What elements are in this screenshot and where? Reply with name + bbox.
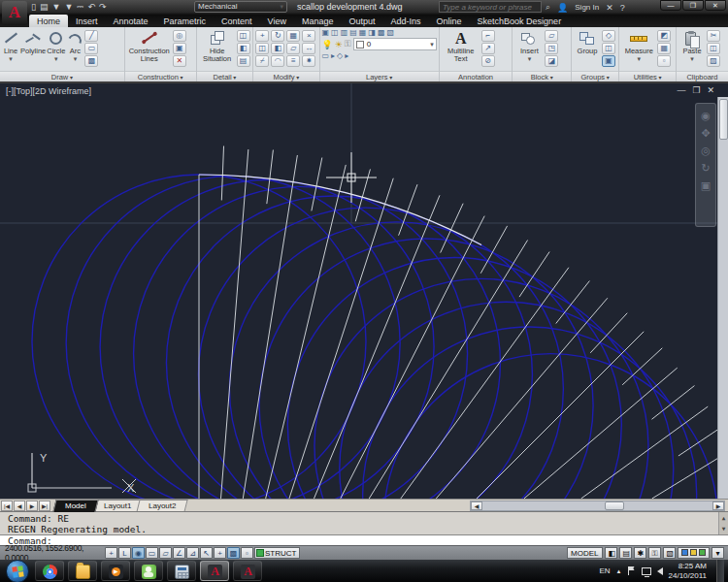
annotation-lock-icon[interactable]: ⚿ bbox=[648, 547, 661, 559]
viewport-controls-label[interactable]: [-][Top][2D Wireframe] bbox=[6, 86, 91, 96]
trim-button[interactable]: ⌿ bbox=[255, 55, 269, 67]
language-indicator[interactable]: EN bbox=[599, 566, 610, 575]
tab-home[interactable]: Home bbox=[29, 15, 68, 27]
annotation-visibility-icon[interactable]: ▧ bbox=[663, 547, 676, 559]
show-desktop-button[interactable] bbox=[716, 560, 724, 582]
polyline-button[interactable]: Polyline bbox=[20, 28, 46, 55]
detail-section-button[interactable]: ◧ bbox=[237, 43, 250, 54]
tab-insert[interactable]: Insert bbox=[68, 15, 106, 27]
exchange-icon[interactable]: ✕ bbox=[606, 3, 613, 13]
application-menu-icon[interactable]: A bbox=[2, 1, 27, 25]
ortho-toggle[interactable]: ▭ bbox=[146, 547, 158, 559]
tab-add-ins[interactable]: Add-Ins bbox=[383, 15, 429, 27]
vp-restore-icon[interactable]: ❐ bbox=[692, 85, 700, 95]
object-snap-toggle[interactable]: ∠ bbox=[173, 547, 185, 559]
group-button[interactable]: Group bbox=[574, 28, 601, 55]
layer-vp-icon[interactable]: ◇ bbox=[337, 51, 343, 60]
panel-label-layers[interactable]: Layers bbox=[320, 71, 439, 81]
layer-unlock-icon[interactable]: ⚿ bbox=[345, 39, 351, 49]
horizontal-scrollbar[interactable]: ◀ ▶ bbox=[470, 501, 725, 511]
construction-rect-button[interactable]: ▣ bbox=[173, 43, 186, 54]
insert-button[interactable]: Insert▾ bbox=[514, 28, 544, 62]
tab-view[interactable]: View bbox=[260, 15, 294, 27]
layer-walk-icon[interactable]: ▸ bbox=[331, 51, 335, 60]
object-snap-tracking-toggle[interactable]: ⊿ bbox=[186, 547, 199, 559]
snap-toggle[interactable]: + bbox=[105, 547, 117, 559]
offset-button[interactable]: ≡ bbox=[286, 55, 300, 67]
layer-lock-icon[interactable]: ▧ bbox=[386, 28, 394, 37]
explorer-taskbar-button[interactable] bbox=[68, 561, 97, 581]
create-block-button[interactable]: ▱ bbox=[545, 30, 558, 42]
tab-output[interactable]: Output bbox=[342, 15, 383, 27]
panel-label-groups[interactable]: Groups bbox=[572, 71, 618, 81]
leader-button[interactable]: ↗ bbox=[481, 43, 495, 54]
plot-icon[interactable]: ⎓ bbox=[77, 2, 83, 13]
layer-match-icon[interactable]: ◫ bbox=[331, 28, 339, 37]
stretch-button[interactable]: ↔ bbox=[302, 43, 315, 54]
messenger-taskbar-button[interactable] bbox=[134, 561, 163, 581]
search-input[interactable] bbox=[439, 1, 542, 13]
array-button[interactable]: ▦ bbox=[286, 30, 300, 42]
layer-on-icon[interactable]: 💡 bbox=[322, 40, 333, 49]
panel-label-construction[interactable]: Construction bbox=[125, 71, 196, 81]
open-file-icon[interactable]: ▤ bbox=[40, 2, 49, 13]
layer-freeze-icon[interactable]: ◨ bbox=[368, 28, 376, 37]
panel-label-modify[interactable]: Modify bbox=[253, 71, 318, 81]
restore-button[interactable]: ❐ bbox=[682, 0, 704, 11]
panel-label-utilities[interactable]: Utilities bbox=[619, 71, 676, 81]
layer-unisolate-icon[interactable]: ▦ bbox=[359, 28, 367, 37]
model-space-viewport[interactable]: [-][Top][2D Wireframe] — ❐ ✕ ◉✥◎↻▣ Y X bbox=[0, 83, 728, 499]
chrome-taskbar-button[interactable] bbox=[35, 561, 64, 581]
cut-icon[interactable]: ✂ bbox=[707, 30, 720, 42]
undo-icon[interactable]: ↶ bbox=[88, 2, 96, 13]
prev-tab-button[interactable]: ◀ bbox=[14, 501, 25, 511]
tab-sketchbook-designer[interactable]: SketchBook Designer bbox=[470, 15, 570, 27]
explode-button[interactable]: ✷ bbox=[302, 55, 315, 67]
copy-button[interactable]: ◫ bbox=[255, 43, 269, 54]
command-input[interactable]: Command: bbox=[0, 534, 728, 545]
panel-label-detail[interactable]: Detail bbox=[197, 71, 253, 81]
ungroup-button[interactable]: ◇ bbox=[602, 30, 615, 42]
tab-manage[interactable]: Manage bbox=[294, 15, 342, 27]
status-menu-icon[interactable]: ▾ bbox=[711, 547, 724, 559]
arc-button[interactable]: Arc▾ bbox=[66, 28, 83, 62]
showmotion-icon[interactable]: ▣ bbox=[701, 179, 711, 191]
action-center-icon[interactable] bbox=[628, 566, 636, 575]
id-point-button[interactable]: ▫ bbox=[657, 55, 671, 67]
circle-button[interactable]: Circle▾ bbox=[47, 28, 65, 62]
search-icon[interactable]: ⌕ bbox=[546, 2, 550, 13]
construction-erase-button[interactable]: ✕ bbox=[173, 55, 186, 67]
signin-button[interactable]: Sign In bbox=[575, 3, 599, 12]
scroll-right-icon[interactable]: ▶ bbox=[712, 501, 724, 510]
calculator-taskbar-button[interactable] bbox=[167, 561, 196, 581]
copy-icon[interactable]: ◫ bbox=[707, 43, 720, 54]
group-manager-button[interactable]: ▣ bbox=[602, 55, 615, 67]
save-as-icon[interactable]: ▼ bbox=[64, 2, 73, 13]
panel-label-draw[interactable]: Draw bbox=[0, 71, 124, 81]
tab-annotate[interactable]: Annotate bbox=[106, 15, 156, 27]
detail-border-button[interactable]: ▤ bbox=[237, 55, 250, 67]
save-icon[interactable]: ▼ bbox=[51, 2, 60, 13]
tab-parametric[interactable]: Parametric bbox=[156, 15, 215, 27]
scroll-left-icon[interactable]: ◀ bbox=[471, 501, 482, 510]
network-icon[interactable] bbox=[642, 567, 651, 575]
construction-circle-button[interactable]: ◎ bbox=[173, 30, 186, 42]
volume-icon[interactable] bbox=[657, 567, 663, 575]
paste-button[interactable]: Paste▾ bbox=[678, 28, 706, 62]
pan-icon[interactable]: ✥ bbox=[701, 127, 710, 139]
quick-properties-toggle[interactable]: ▫ bbox=[241, 547, 253, 559]
next-tab-button[interactable]: ▶ bbox=[26, 501, 38, 511]
hatch-tool-button[interactable]: ▩ bbox=[84, 55, 98, 67]
panel-label-block[interactable]: Block bbox=[513, 71, 571, 81]
layer-merge-icon[interactable]: ▸ bbox=[345, 51, 348, 60]
orbit-icon[interactable]: ↻ bbox=[701, 162, 710, 174]
close-button[interactable]: ✕ bbox=[705, 0, 726, 11]
layer-off-icon[interactable]: ▩ bbox=[378, 28, 385, 37]
layer-dropdown[interactable]: 0 ▾ bbox=[353, 38, 437, 50]
layout-tab-model[interactable]: Model bbox=[52, 500, 98, 512]
panel-label-clipboard[interactable]: Clipboard bbox=[677, 71, 728, 81]
group-edit-button[interactable]: ◫ bbox=[602, 43, 615, 54]
multiline-text-button[interactable]: A Multiline Text bbox=[442, 28, 480, 63]
autocad-taskbar-button[interactable]: A bbox=[233, 561, 262, 581]
vertical-scrollbar-thumb[interactable] bbox=[719, 99, 728, 140]
